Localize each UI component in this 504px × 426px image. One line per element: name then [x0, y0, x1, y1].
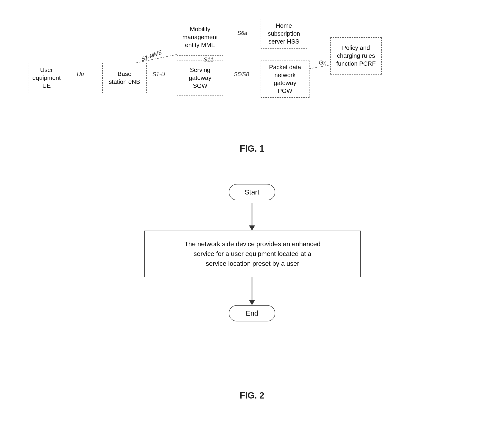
fig1-label: FIG. 1 — [240, 144, 264, 154]
link-uu-label: Uu — [77, 71, 84, 78]
svg-marker-8 — [249, 226, 255, 231]
fig2-connections — [14, 177, 490, 405]
node-sgw: Serving gateway SGW — [177, 61, 223, 95]
link-s5s8-label: S5/S8 — [234, 71, 249, 78]
node-mme: Mobility management entity MME — [177, 19, 223, 56]
pgw-label: Packet data network gateway PGW — [269, 63, 301, 95]
svg-marker-10 — [249, 300, 255, 305]
fig1-diagram: User equipment UE Base station eNB Servi… — [14, 14, 490, 158]
flow-end: End — [229, 305, 275, 321]
ue-label: User equipment UE — [32, 66, 61, 90]
node-ue: User equipment UE — [28, 63, 65, 93]
hss-label: Home subscription server HSS — [268, 22, 300, 45]
node-enb: Base station eNB — [102, 63, 147, 93]
mme-label: Mobility management entity MME — [182, 25, 218, 49]
node-hss: Home subscription server HSS — [261, 19, 307, 49]
end-label: End — [246, 309, 258, 317]
flow-start: Start — [229, 184, 275, 200]
fig2-diagram: Start The network side device provides a… — [14, 177, 490, 405]
flow-process: The network side device provides an enha… — [144, 231, 361, 277]
pcrf-label: Policy and charging rules function PCRF — [336, 44, 376, 68]
node-pgw: Packet data network gateway PGW — [261, 61, 310, 98]
sgw-label: Serving gateway SGW — [189, 66, 212, 90]
enb-label: Base station eNB — [109, 70, 140, 86]
link-s6a-label: S6a — [237, 30, 247, 36]
link-s1u-label: S1-U — [152, 71, 165, 78]
link-gx-label: Gx — [319, 59, 326, 66]
link-s11-label: S11 — [204, 56, 214, 63]
start-label: Start — [245, 188, 259, 196]
node-pcrf: Policy and charging rules function PCRF — [331, 37, 382, 75]
fig2-label: FIG. 2 — [240, 390, 264, 401]
link-s1mme-label: S1-MME — [140, 49, 163, 62]
process-label: The network side device provides an enha… — [184, 239, 320, 269]
page: User equipment UE Base station eNB Servi… — [0, 0, 504, 426]
fig1-connections — [14, 14, 490, 158]
